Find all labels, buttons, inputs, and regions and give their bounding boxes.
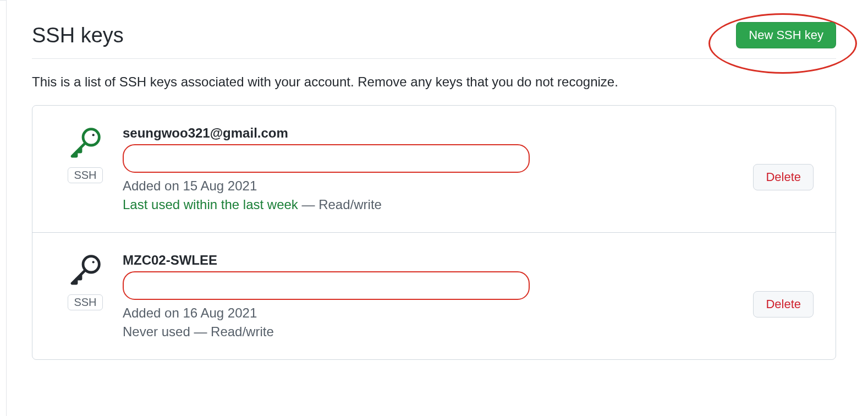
key-icon-column: SSH <box>65 253 105 310</box>
description-text: This is a list of SSH keys associated wi… <box>32 74 836 90</box>
svg-point-1 <box>92 134 95 136</box>
delete-key-button[interactable]: Delete <box>753 291 814 318</box>
key-info: MZC02-SWLEE Added on 16 Aug 2021 Never u… <box>123 253 742 340</box>
usage-separator: — <box>302 197 319 212</box>
key-icon <box>68 125 103 161</box>
new-ssh-key-button[interactable]: New SSH key <box>736 22 836 48</box>
key-usage-row: Never used — Read/write <box>123 324 742 340</box>
key-usage-row: Last used within the last week — Read/wr… <box>123 197 742 212</box>
svg-point-3 <box>92 261 95 263</box>
key-title: seungwoo321@gmail.com <box>123 125 742 141</box>
ssh-badge: SSH <box>68 167 102 183</box>
ssh-key-item: SSH seungwoo321@gmail.com Added on 15 Au… <box>32 106 836 233</box>
key-permission: Read/write <box>318 197 382 212</box>
key-last-used: Never used <box>123 324 190 339</box>
redacted-fingerprint-annotation <box>123 271 530 300</box>
redacted-fingerprint-annotation <box>123 144 530 173</box>
key-icon <box>68 253 103 288</box>
ssh-badge: SSH <box>68 294 102 310</box>
key-last-used: Last used within the last week <box>123 197 298 212</box>
key-icon-column: SSH <box>65 125 105 183</box>
key-added-date: Added on 15 Aug 2021 <box>123 178 742 194</box>
key-info: seungwoo321@gmail.com Added on 15 Aug 20… <box>123 125 742 212</box>
key-permission: Read/write <box>211 324 274 339</box>
delete-key-button[interactable]: Delete <box>753 164 814 190</box>
key-added-date: Added on 16 Aug 2021 <box>123 305 742 321</box>
ssh-key-item: SSH MZC02-SWLEE Added on 16 Aug 2021 Nev… <box>32 233 836 359</box>
main-container: SSH keys New SSH key This is a list of S… <box>0 0 868 382</box>
page-title: SSH keys <box>32 24 124 47</box>
key-title: MZC02-SWLEE <box>123 253 742 268</box>
usage-separator: — <box>194 324 211 339</box>
ssh-keys-list: SSH seungwoo321@gmail.com Added on 15 Au… <box>32 105 836 360</box>
header-row: SSH keys New SSH key <box>32 22 836 59</box>
